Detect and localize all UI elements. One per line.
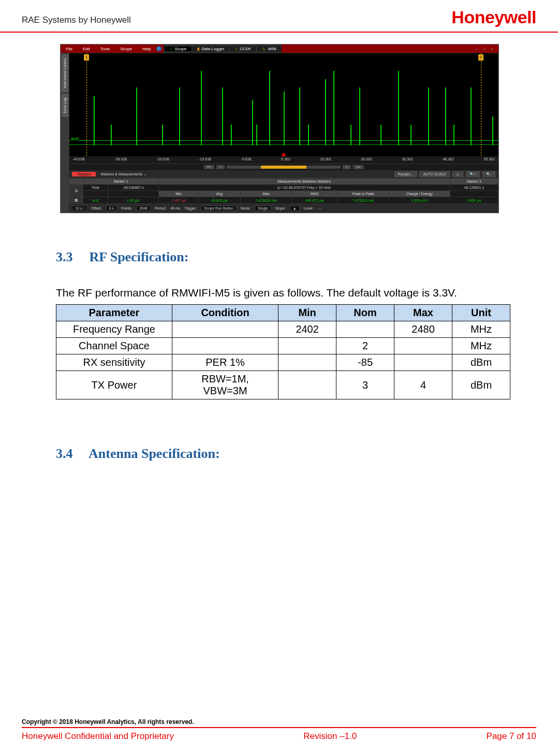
menu-tools[interactable]: Tools [95, 47, 115, 51]
section-3-3-number: 3.3 [56, 249, 86, 265]
rf-cell-max [394, 338, 452, 354]
tab-data-logger-label: Data Logger [201, 47, 224, 51]
trace-burst [269, 71, 270, 145]
tab-ccdf[interactable]: ⎍CCDF [229, 47, 256, 51]
rf-cell-cond [172, 338, 278, 354]
time-label: Time [83, 185, 108, 191]
rf-cell-param: Channel Space [56, 338, 172, 354]
section-3-4-title: Antenna Specification: [89, 446, 220, 461]
x-tick: 50.362 [483, 157, 494, 162]
rf-cell-nom: 3 [336, 371, 394, 399]
trace-burst [111, 125, 112, 145]
ch-m1: 2.05 µA [108, 197, 158, 204]
menu-file[interactable]: File [61, 47, 78, 51]
trace-burst [201, 71, 202, 145]
transport-step-fwd[interactable]: > [343, 165, 351, 169]
rf-cell-nom: 2 [336, 338, 394, 354]
trace-burst [350, 125, 351, 145]
x-tick: -19.638 [199, 157, 211, 162]
brand-logo: Honeywell [451, 7, 536, 27]
rf-hdr-unit: Unit [452, 305, 510, 321]
menu-scope[interactable]: Scope [115, 47, 137, 51]
trace-burst [471, 87, 472, 145]
cursor-2-line[interactable] [481, 53, 481, 164]
offset-field[interactable]: 0 s [106, 205, 117, 211]
marker-tool-icon[interactable]: ⧉ [75, 189, 78, 192]
tab-scope[interactable]: ✓Scope [164, 47, 192, 51]
scope-footer-bar: 10 s / Offset:0 s Points:2048 Period:49 … [69, 204, 498, 213]
trace-burst [325, 79, 326, 145]
cursor-2-flag[interactable]: 2 [478, 54, 483, 61]
x-tick: 0.362 [281, 157, 290, 162]
status-stopped: Stopped [72, 172, 96, 176]
rf-cell-unit: MHz [452, 321, 510, 338]
x-tick: 10.362 [320, 157, 331, 162]
rf-cell-param: Frequency Range [56, 321, 172, 338]
transport-rewind[interactable]: << [204, 165, 214, 169]
markers-measurements-label[interactable]: Markers & Measurements ⌄ [101, 172, 146, 176]
hdr-marker1: Marker 1 [83, 179, 159, 185]
section-3-3-body: The RF performance of RMWIFI-M5 is given… [56, 286, 510, 300]
menu-help[interactable]: Help [137, 47, 156, 51]
trace-burst [222, 87, 223, 145]
chevron-down-icon: ⌄ [143, 172, 146, 176]
scope-plot[interactable]: A-I2 1 2 -49.638-39.638-29.638-19.638-9.… [69, 53, 498, 164]
timescale-field[interactable]: 10 s / [72, 205, 87, 211]
marker-handle-icon[interactable]: ▦ [75, 198, 78, 202]
footer-center: Revision –1.0 [303, 731, 357, 742]
scope-menubar: File Edit Tools Scope Help i ✓Scope ▮Dat… [61, 45, 498, 53]
transport-track[interactable] [227, 166, 341, 169]
trace-burst [380, 125, 381, 145]
section-3-4-heading: 3.4 Antenna Specification: [56, 446, 510, 462]
rf-cell-max: 2480 [394, 321, 452, 338]
trace-burst [231, 125, 232, 145]
ch-min: -1.427 µA [158, 197, 199, 204]
tab-scope-label: Scope [175, 47, 187, 51]
section-3-3-heading: 3.3 RF Specification: [56, 249, 510, 265]
menu-edit[interactable]: Edit [78, 47, 95, 51]
section-3-4-number: 3.4 [56, 446, 86, 462]
cursor-1-line[interactable] [86, 53, 87, 164]
transport-step-back[interactable]: < [216, 165, 225, 169]
autoscale-button[interactable]: AUTO SCALE [419, 171, 449, 177]
table-row: Channel Space2MHz [56, 338, 510, 354]
time-between: Δ = 01:36.676737 Freq = 10 mHz [158, 185, 450, 191]
trace-burst [453, 125, 454, 145]
trace-burst [256, 125, 257, 145]
x-tick: -29.638 [157, 157, 169, 162]
window-controls[interactable]: – □ × [473, 47, 498, 51]
slope-field[interactable]: ▲ [290, 205, 300, 211]
time-m2: 48.129841 s [450, 185, 498, 191]
rf-hdr-max: Max [394, 305, 452, 321]
tab-arb[interactable]: ∿ARB [256, 47, 281, 51]
trigger-field[interactable]: Scope Run Button [201, 205, 237, 211]
zoom-in-icon[interactable]: 🔍+ [466, 171, 480, 177]
fit-icon[interactable]: ▭ [452, 171, 463, 177]
trace-burst [162, 125, 163, 145]
measurement-table: Marker 1 Measurements Between Markers Ma… [69, 178, 498, 204]
trace-burst [445, 87, 446, 145]
points-field[interactable]: 2048 [136, 205, 151, 211]
ranges-button[interactable]: Ranges... [394, 171, 417, 177]
rf-cell-max [394, 354, 452, 371]
x-tick: -49.638 [72, 157, 85, 162]
rf-specification-table: Parameter Condition Min Nom Max Unit Fre… [56, 304, 510, 399]
trace-burst [308, 125, 309, 145]
mode-field[interactable]: Single [255, 205, 271, 211]
tab-data-logger[interactable]: ▮Data Logger [192, 47, 229, 51]
rf-cell-min: 2402 [278, 321, 336, 338]
trace-burst [333, 71, 334, 145]
rf-cell-unit: dBm [452, 371, 510, 399]
table-row: TX PowerRBW=1M,VBW=3M34dBm [56, 371, 510, 399]
page-header: RAE Systems by Honeywell Honeywell [0, 0, 558, 33]
ch-ptp: 7.472063 mA [337, 197, 389, 204]
cursor-1-flag[interactable]: 1 [84, 54, 89, 61]
side-tab-instrument-control[interactable]: Instrument Control [62, 55, 68, 92]
copyright-text: Copyright © 2018 Honeywell Analytics, Al… [22, 718, 536, 728]
info-icon[interactable]: i [156, 46, 161, 51]
transport-forward[interactable]: >> [353, 165, 363, 169]
zoom-out-icon[interactable]: 🔍- [482, 171, 495, 177]
rf-cell-unit: MHz [452, 338, 510, 354]
side-tab-error-log[interactable]: Error Log [62, 94, 68, 116]
x-axis-ticks: -49.638-39.638-29.638-19.638-9.6380.3621… [69, 156, 498, 164]
